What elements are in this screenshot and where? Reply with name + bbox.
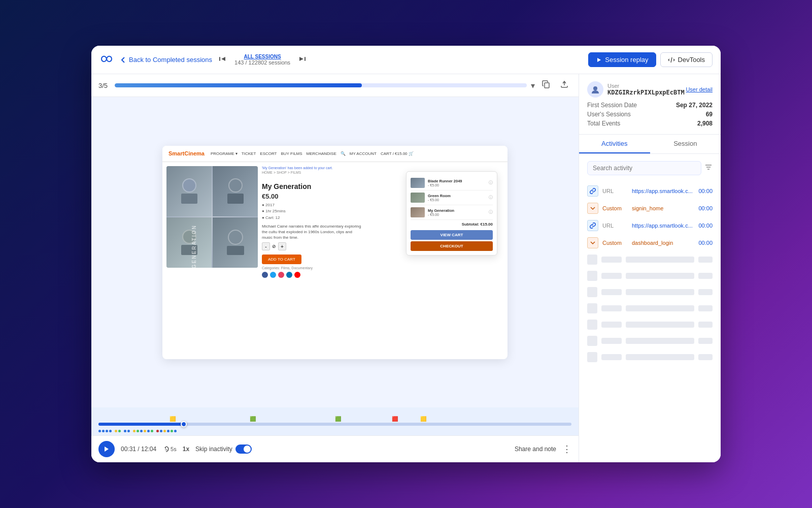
checkout-button[interactable]: CHECKOUT (411, 241, 493, 251)
event-dot (115, 430, 117, 432)
skip-inactivity: Skip inactivity (195, 444, 252, 454)
svg-text:5s: 5s (165, 448, 168, 451)
event-dot (102, 430, 105, 432)
toggle-thumb (244, 446, 251, 453)
devtools-button[interactable]: DevTools (660, 52, 713, 67)
skip-back-button[interactable]: 5s 5s (162, 446, 177, 453)
act-time-3: 00:00 (698, 223, 713, 229)
film-image: MY GENERATION (166, 166, 258, 268)
act-time-1: 00:00 (698, 188, 713, 194)
marker-1: 🟨 (170, 416, 176, 422)
user-stats: First Session Date Sep 27, 2022 User's S… (587, 102, 713, 127)
progress-dropdown-button[interactable]: ▾ (531, 81, 535, 90)
act-type-3: URL (602, 223, 628, 229)
event-dot (174, 430, 177, 432)
activity-item-url-1[interactable]: URL https://app.smartlook.c... 00:00 (583, 182, 717, 200)
skeleton-row-2 (583, 268, 717, 284)
cart-item-3: My Generation - €5.00 ⓘ (411, 205, 493, 220)
flag-icon-5: 🟨 (420, 416, 426, 422)
webpage-nav-links: PROGRAME ▾ TICKET ESCORT BUY FILMS MERCH… (211, 151, 414, 156)
user-label: User (607, 83, 685, 89)
cart-item-img-2 (411, 193, 425, 203)
user-detail-button[interactable]: User detail (686, 86, 713, 92)
cart-subtotal: Subtotal: €15.00 (411, 220, 493, 229)
event-dot (163, 430, 166, 432)
activity-item-custom-2[interactable]: Custom dashboard_login 00:00 (583, 234, 717, 251)
event-dot (124, 430, 126, 432)
timeline-thumb (181, 421, 187, 427)
cart-item-img-1 (411, 178, 425, 188)
social-icons (262, 272, 503, 278)
act-value-1: https://app.smartlook.c... (632, 188, 694, 194)
tab-session[interactable]: Session (650, 135, 721, 153)
event-dot (118, 430, 121, 432)
activity-item-custom-1[interactable]: Custom signin_home 00:00 (583, 200, 717, 217)
more-options-button[interactable]: ⋮ (562, 443, 571, 455)
timeline-progress (98, 423, 184, 426)
youtube-icon[interactable] (294, 272, 300, 278)
event-dots-row (98, 429, 571, 433)
add-to-cart-button[interactable]: ADD TO CART (262, 255, 301, 264)
twitter-icon[interactable] (270, 272, 276, 278)
speed-button[interactable]: 1x (183, 446, 189, 453)
event-dot (171, 430, 173, 432)
filter-button[interactable] (704, 163, 713, 173)
cart-dropdown: Blade Runner 2049 - €5.00 ⓘ Green Room -… (406, 171, 497, 256)
facebook-icon[interactable] (262, 272, 268, 278)
event-dot (160, 430, 162, 432)
user-identity: User KDZGIRzrkPIXLpxpEcBTM (607, 83, 685, 96)
copy-button[interactable] (539, 79, 553, 91)
skip-inactivity-toggle[interactable] (235, 444, 252, 454)
activity-item-url-2[interactable]: URL https://app.smartlook.c... 00:00 (583, 217, 717, 234)
play-button[interactable] (98, 441, 115, 457)
custom-icon-1 (587, 203, 598, 214)
prev-session-button[interactable] (216, 53, 228, 67)
search-input[interactable] (587, 161, 701, 175)
progress-fill (115, 83, 362, 87)
svg-rect-1 (304, 57, 306, 61)
next-session-button[interactable] (296, 53, 309, 67)
progress-bar-area: 3/5 ▾ (91, 74, 579, 97)
act-time-4: 00:00 (698, 240, 713, 246)
brand: SmartCinema (168, 150, 205, 156)
sessions-info: ALL SESSIONS 143 / 122802 sessions (234, 54, 290, 66)
progress-track (115, 83, 527, 87)
linkedin-icon[interactable] (286, 272, 292, 278)
event-dot (144, 430, 146, 432)
webpage-sim: SmartCinema PROGRAME ▾ TICKET ESCORT BUY… (162, 146, 507, 359)
stat-first-session: First Session Date Sep 27, 2022 (587, 102, 713, 109)
event-dot (167, 430, 170, 432)
main-container: Back to Completed sessions ALL SESSIONS … (91, 46, 721, 462)
right-panel: User KDZGIRzrkPIXLpxpEcBTM User detail F… (579, 74, 721, 462)
tab-activities[interactable]: Activities (579, 135, 650, 153)
event-dot (127, 430, 130, 432)
user-left: User KDZGIRzrkPIXLpxpEcBTM (587, 81, 685, 98)
qty-minus[interactable]: - (262, 242, 270, 250)
act-time-2: 00:00 (698, 205, 713, 211)
view-cart-button[interactable]: VIEW CART (411, 230, 493, 240)
qty-plus[interactable]: + (278, 242, 286, 250)
event-dot (98, 430, 101, 432)
top-bar: Back to Completed sessions ALL SESSIONS … (91, 46, 721, 74)
left-panel: 3/5 ▾ (91, 74, 579, 462)
share-note-button[interactable]: Share and note (515, 446, 556, 453)
session-replay-button[interactable]: Session replay (588, 52, 656, 67)
skeleton-row-6 (583, 333, 717, 349)
cart-item-2: Green Room - €5.00 ⓘ (411, 190, 493, 205)
svg-line-3 (671, 57, 672, 62)
webpage-nav: SmartCinema PROGRAME ▾ TICKET ESCORT BUY… (162, 146, 507, 162)
tabs-row: Activities Session (579, 135, 721, 154)
svg-point-7 (593, 86, 597, 90)
user-info-section: User KDZGIRzrkPIXLpxpEcBTM User detail F… (579, 74, 721, 135)
skeleton-row-5 (583, 316, 717, 333)
marker-3: 🟩 (335, 416, 341, 422)
all-sessions-label: ALL SESSIONS (244, 54, 281, 59)
back-to-sessions-button[interactable]: Back to Completed sessions (120, 56, 212, 64)
event-dot (140, 430, 143, 432)
export-button[interactable] (557, 79, 571, 91)
stat-user-sessions: User's Sessions 69 (587, 111, 713, 118)
playback-controls: 00:31 / 12:04 5s 5s 1x Skip inactivity S… (91, 435, 579, 462)
event-dot (151, 430, 153, 432)
instagram-icon[interactable] (278, 272, 284, 278)
timeline-track[interactable] (98, 423, 571, 426)
